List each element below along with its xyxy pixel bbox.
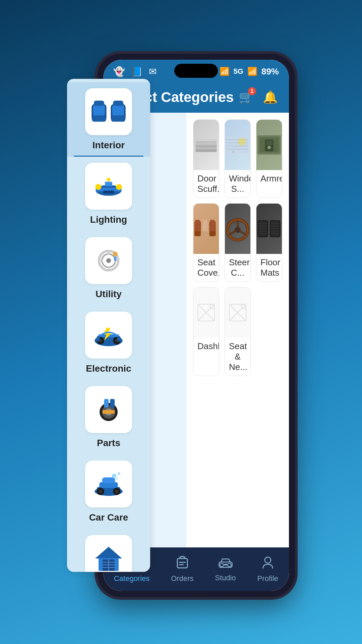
wifi-icon: 📶 <box>220 67 230 76</box>
svg-point-131 <box>265 557 271 563</box>
nav-label-studio: Studio <box>215 574 236 582</box>
dynamic-island <box>174 64 218 78</box>
product-card-armrest[interactable]: Armrest <box>256 119 282 198</box>
cart-button[interactable]: 🛒 1 <box>237 89 255 106</box>
svg-rect-45 <box>102 477 115 483</box>
svg-point-12 <box>95 184 101 190</box>
network-icon: 5G <box>234 67 243 76</box>
product-image-window-shade: 3 <box>225 120 250 170</box>
sidebar-item-electronic[interactable]: Electronic <box>67 306 150 380</box>
svg-rect-14 <box>105 182 112 186</box>
svg-rect-41 <box>110 399 115 408</box>
nav-label-categories: Categories <box>114 574 149 583</box>
product-card-seat-neck[interactable]: Seat & Ne... <box>225 287 251 376</box>
product-card-dashboard[interactable]: Dashboar... <box>193 287 219 376</box>
svg-point-18 <box>106 258 111 263</box>
status-bar-left: 👻 📘 ✉ <box>113 66 157 77</box>
nav-item-orders[interactable]: Orders <box>171 556 193 583</box>
snapchat-icon: 👻 <box>113 66 125 77</box>
battery-level: 89% <box>261 66 279 77</box>
nav-item-studio[interactable]: Studio <box>215 556 236 582</box>
nav-item-profile[interactable]: Profile <box>257 556 278 583</box>
svg-rect-40 <box>104 399 109 408</box>
svg-rect-85 <box>210 222 215 231</box>
product-card-steering[interactable]: Steering C... <box>225 203 251 282</box>
svg-rect-130 <box>224 564 227 565</box>
sidebar-label-interior: Interior <box>93 140 125 151</box>
product-image-seat-neck <box>225 287 250 338</box>
product-name-seat-neck: Seat & Ne... <box>225 338 250 376</box>
profile-icon <box>262 556 274 572</box>
svg-rect-126 <box>179 564 184 565</box>
svg-rect-5 <box>112 105 124 115</box>
svg-point-15 <box>107 178 111 181</box>
product-grid: Door Scuff... <box>193 119 282 376</box>
svg-point-51 <box>117 472 120 475</box>
gmail-icon: ✉ <box>149 66 157 77</box>
sidebar-item-shopbycar[interactable]: Shop By Car <box>67 529 150 572</box>
svg-rect-89 <box>210 220 215 222</box>
svg-rect-124 <box>177 558 187 568</box>
sidebar-label-lighting: Lighting <box>90 214 127 225</box>
product-name-floor-mats: Floor Mats <box>256 254 282 281</box>
svg-rect-76 <box>266 141 273 145</box>
product-name-window-shade: Window S... <box>225 170 250 198</box>
svg-rect-82 <box>202 222 208 231</box>
svg-point-50 <box>112 474 116 478</box>
notification-button[interactable]: 🔔 <box>261 89 279 106</box>
product-image-steering <box>225 204 250 254</box>
svg-point-49 <box>115 490 119 493</box>
svg-point-77 <box>267 146 271 149</box>
svg-point-128 <box>220 563 224 567</box>
sidebar-item-carcare[interactable]: Car Care <box>67 454 150 529</box>
svg-rect-80 <box>195 234 200 236</box>
svg-rect-1 <box>92 117 106 122</box>
product-image-armrest <box>256 120 282 170</box>
sidebar-item-utility[interactable]: Utility <box>67 231 150 306</box>
svg-rect-6 <box>94 101 104 106</box>
product-card-floor-mats[interactable]: Floor Mats <box>256 203 282 282</box>
header-icons: 🛒 1 🔔 <box>237 89 279 106</box>
svg-rect-125 <box>179 562 186 563</box>
svg-rect-34 <box>117 336 120 341</box>
svg-rect-65 <box>196 149 217 150</box>
sidebar-label-carcare: Car Care <box>89 512 128 523</box>
svg-rect-83 <box>202 234 208 236</box>
cart-badge: 1 <box>248 87 256 95</box>
product-image-dashboard <box>193 287 219 338</box>
svg-rect-4 <box>111 117 125 122</box>
svg-point-11 <box>116 184 122 190</box>
sidebar-label-electronic: Electronic <box>86 363 131 374</box>
nav-label-orders: Orders <box>171 574 193 583</box>
sidebar-item-parts[interactable]: Parts <box>67 380 150 454</box>
svg-rect-66 <box>227 137 248 154</box>
product-area: Door Scuff... <box>186 113 289 547</box>
svg-rect-33 <box>97 336 100 341</box>
svg-point-129 <box>228 563 231 567</box>
svg-point-52 <box>116 477 118 480</box>
product-card-seat-cover[interactable]: Seat Cove... <box>193 203 219 282</box>
sidebar-item-lighting[interactable]: Lighting <box>67 157 150 231</box>
svg-point-95 <box>235 227 241 233</box>
product-card-window-shade[interactable]: 3 Window S... <box>225 119 251 198</box>
svg-line-119 <box>243 306 245 308</box>
product-name-door-scuff: Door Scuff... <box>193 170 219 198</box>
svg-text:3: 3 <box>232 150 234 154</box>
sidebar-item-interior[interactable]: Interior <box>67 82 150 157</box>
svg-rect-79 <box>195 222 200 231</box>
svg-rect-2 <box>93 105 105 115</box>
svg-rect-24 <box>114 256 116 261</box>
product-card-door-scuff[interactable]: Door Scuff... <box>193 119 219 198</box>
phone-wrapper: Interior Lighting <box>67 27 295 617</box>
sidebar-label-parts: Parts <box>97 438 120 448</box>
product-name-seat-cover: Seat Cove... <box>193 254 219 281</box>
svg-rect-63 <box>196 140 217 141</box>
product-image-seat-cover <box>193 204 219 254</box>
svg-rect-64 <box>196 144 217 145</box>
product-image-floor-mats <box>256 204 282 254</box>
svg-rect-13 <box>103 191 114 194</box>
signal-icon: 📶 <box>247 67 257 76</box>
product-name-armrest: Armrest <box>256 170 282 187</box>
facebook-icon: 📘 <box>131 66 143 77</box>
svg-marker-53 <box>95 547 122 558</box>
